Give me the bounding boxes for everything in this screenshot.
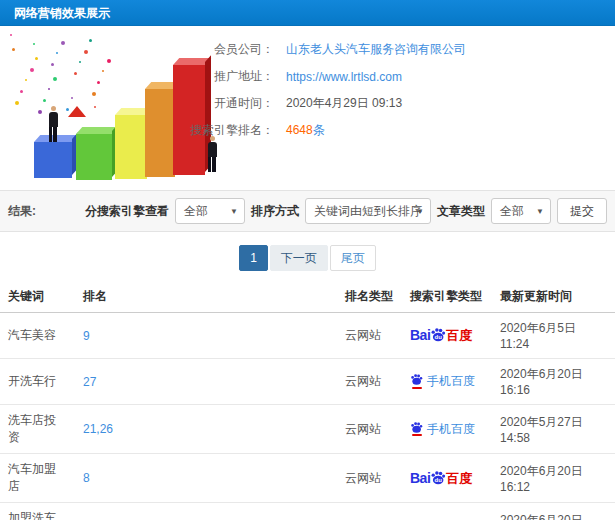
chevron-down-icon: ▼ <box>536 199 544 225</box>
member-company-row: 会员公司： 山东老人头汽车服务咨询有限公司 <box>178 36 607 63</box>
filter-bar: 结果: 分搜索引擎查看 全部 ▼ 排序方式 关键词由短到长排序 ▼ 文章类型 全… <box>0 190 615 232</box>
baidu-paw-icon: du <box>430 328 446 342</box>
update-time-cell: 2020年5月27日 14:58 <box>492 405 615 454</box>
rank-type-cell: 云网站 <box>337 454 402 503</box>
baidu-paw-icon <box>410 422 423 433</box>
rank-link[interactable]: 8 <box>83 471 90 485</box>
confetti-dots <box>10 34 120 119</box>
open-time-value: 2020年4月29日 09:13 <box>286 95 402 112</box>
mobile-baidu-logo: 手机百度 <box>410 373 475 390</box>
results-table: 关键词 排名 排名类型 搜索引擎类型 最新更新时间 汽车美容9云网站Baidu百… <box>0 281 615 520</box>
update-time-cell: 2020年6月20日 16:11 <box>492 503 615 520</box>
mobile-baidu-paw-icon <box>410 374 423 388</box>
chevron-down-icon: ▼ <box>416 199 424 225</box>
svg-text:du: du <box>435 477 443 483</box>
col-keyword: 关键词 <box>0 281 75 313</box>
rank-cell: 27 <box>75 359 337 405</box>
engine-rank-row: 搜索引擎排名： 4648条 <box>178 117 607 144</box>
rank-cell: 21,26 <box>75 405 337 454</box>
col-rank: 排名 <box>75 281 337 313</box>
rank-type-cell: 云网站 <box>337 359 402 405</box>
keyword-cell: 汽车美容 <box>0 313 75 359</box>
businessman-figure-left <box>46 106 60 142</box>
page-title: 网络营销效果展示 <box>0 0 615 26</box>
bar-orange <box>145 89 175 177</box>
update-time-cell: 2020年6月20日 16:12 <box>492 454 615 503</box>
engine-type-cell: Baidu百度 <box>402 454 492 503</box>
filter-controls: 分搜索引擎查看 全部 ▼ 排序方式 关键词由短到长排序 ▼ 文章类型 全部 ▼ … <box>85 198 607 224</box>
keyword-cell: 加盟洗车店 <box>0 503 75 520</box>
member-info-panel: 会员公司： 山东老人头汽车服务咨询有限公司 推广地址： https://www.… <box>178 36 607 144</box>
table-row: 洗车店投资21,26云网站手机百度2020年5月27日 14:58 <box>0 405 615 454</box>
last-page-button[interactable]: 尾页 <box>330 245 376 271</box>
engine-type-cell: 手机百度 <box>402 503 492 520</box>
bar-yellow <box>115 115 147 179</box>
engine-type-cell: Baidu百度 <box>402 313 492 359</box>
chevron-down-icon: ▼ <box>230 199 238 225</box>
baidu-logo: Baidu百度 <box>410 328 472 342</box>
url-label: 推广地址： <box>178 68 274 85</box>
rank-link[interactable]: 9 <box>83 329 90 343</box>
engine-filter-label: 分搜索引擎查看 <box>85 203 169 220</box>
page-1-button[interactable]: 1 <box>239 245 268 271</box>
result-label: 结果: <box>8 203 36 220</box>
promo-url-link[interactable]: https://www.lrtlsd.com <box>286 70 402 84</box>
table-header-row: 关键词 排名 排名类型 搜索引擎类型 最新更新时间 <box>0 281 615 313</box>
mobile-baidu-label: 手机百度 <box>427 421 475 438</box>
open-time-row: 开通时间： 2020年4月29日 09:13 <box>178 90 607 117</box>
engine-type-cell: 手机百度 <box>402 405 492 454</box>
col-update-time: 最新更新时间 <box>492 281 615 313</box>
company-link[interactable]: 山东老人头汽车服务咨询有限公司 <box>286 41 466 58</box>
bar-green <box>76 134 112 180</box>
baidu-paw-icon: du <box>430 471 446 485</box>
mobile-baidu-paw-icon <box>410 422 423 436</box>
engine-filter-value: 全部 <box>184 204 208 218</box>
baidu-paw-icon <box>410 374 423 385</box>
submit-button[interactable]: 提交 <box>557 198 607 224</box>
update-time-cell: 2020年6月5日 11:24 <box>492 313 615 359</box>
mobile-baidu-label: 手机百度 <box>427 373 475 390</box>
engine-type-cell: 手机百度 <box>402 359 492 405</box>
col-engine-type: 搜索引擎类型 <box>402 281 492 313</box>
engine-filter-select[interactable]: 全部 ▼ <box>175 198 245 224</box>
promo-url-row: 推广地址： https://www.lrtlsd.com <box>178 63 607 90</box>
table-row: 加盟洗车店25,28,28云网站手机百度2020年6月20日 16:11 <box>0 503 615 520</box>
keyword-cell: 开洗车行 <box>0 359 75 405</box>
company-label: 会员公司： <box>178 41 274 58</box>
rank-type-cell: 云网站 <box>337 405 402 454</box>
rank-cell: 25,28,28 <box>75 503 337 520</box>
rank-link[interactable]: 27 <box>83 375 96 389</box>
rank-type-cell: 云网站 <box>337 313 402 359</box>
rank-unit: 条 <box>313 123 325 137</box>
pagination: 1 下一页 尾页 <box>0 245 615 271</box>
article-type-label: 文章类型 <box>437 203 485 220</box>
table-row: 汽车美容9云网站Baidu百度2020年6月5日 11:24 <box>0 313 615 359</box>
rank-type-cell: 云网站 <box>337 503 402 520</box>
engine-rank-label: 搜索引擎排名： <box>178 122 274 139</box>
rank-link[interactable]: 21,26 <box>83 422 113 436</box>
table-row: 开洗车行27云网站手机百度2020年6月20日 16:16 <box>0 359 615 405</box>
red-up-arrow-icon <box>68 92 88 106</box>
open-time-label: 开通时间： <box>178 95 274 112</box>
baidu-logo: Baidu百度 <box>410 471 472 485</box>
bar-blue <box>34 142 72 178</box>
rank-cell: 8 <box>75 454 337 503</box>
col-rank-type: 排名类型 <box>337 281 402 313</box>
article-type-value: 全部 <box>500 204 524 218</box>
sort-value: 关键词由短到长排序 <box>314 204 422 218</box>
rank-count: 4648 <box>286 123 313 137</box>
mobile-baidu-logo: 手机百度 <box>410 421 475 438</box>
svg-text:du: du <box>435 335 443 341</box>
rank-cell: 9 <box>75 313 337 359</box>
sort-label: 排序方式 <box>251 203 299 220</box>
article-type-select[interactable]: 全部 ▼ <box>491 198 551 224</box>
update-time-cell: 2020年6月20日 16:16 <box>492 359 615 405</box>
top-section: 会员公司： 山东老人头汽车服务咨询有限公司 推广地址： https://www.… <box>0 26 615 190</box>
next-page-button[interactable]: 下一页 <box>270 245 328 271</box>
keyword-cell: 汽车加盟店 <box>0 454 75 503</box>
engine-rank-value: 4648条 <box>286 122 325 139</box>
keyword-cell: 洗车店投资 <box>0 405 75 454</box>
table-row: 汽车加盟店8云网站Baidu百度2020年6月20日 16:12 <box>0 454 615 503</box>
sort-select[interactable]: 关键词由短到长排序 ▼ <box>305 198 431 224</box>
